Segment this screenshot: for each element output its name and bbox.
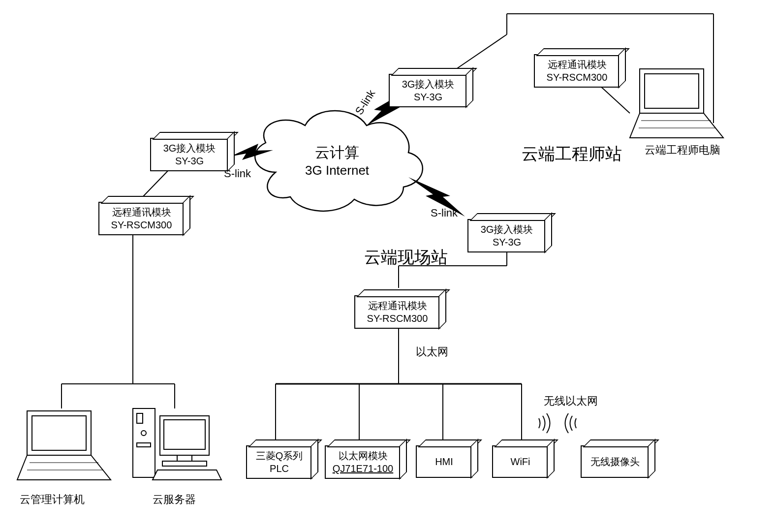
server-label: 云服务器 — [153, 492, 196, 507]
module-rscm-left-l2: SY-RSCM300 — [104, 219, 179, 231]
module-rscm-top-l1: 远程通讯模块 — [540, 58, 614, 71]
server-icon — [133, 408, 221, 480]
module-3g-right: 3G接入模块 SY-3G — [467, 219, 546, 252]
device-camera-l1: 无线摄像头 — [587, 455, 644, 468]
engineer-pc-label: 云端工程师电脑 — [645, 143, 720, 157]
module-3g-left-l2: SY-3G — [156, 155, 223, 167]
module-3g-top: 3G接入模块 SY-3G — [389, 74, 467, 107]
section-engineer-label: 云端工程师站 — [522, 143, 622, 165]
mgmt-pc-label: 云管理计算机 — [20, 492, 85, 507]
module-rscm-top-l2: SY-RSCM300 — [540, 71, 614, 84]
module-rscm-left: 远程通讯模块 SY-RSCM300 — [98, 202, 185, 235]
module-3g-right-l2: SY-3G — [473, 236, 540, 249]
device-wifi-l1: WiFi — [498, 455, 543, 468]
laptop-icon — [630, 69, 723, 138]
svg-rect-27 — [160, 416, 209, 455]
svg-rect-28 — [164, 420, 205, 449]
svg-line-5 — [453, 34, 507, 71]
lightning-left-icon — [230, 144, 273, 160]
module-3g-top-l2: SY-3G — [395, 91, 462, 103]
svg-rect-26 — [137, 443, 151, 447]
svg-rect-29 — [177, 455, 192, 461]
device-ethmod-l1: 以太网模块 — [331, 449, 395, 462]
svg-rect-24 — [137, 413, 143, 423]
device-plc: 三菱Q系列 PLC — [246, 445, 312, 479]
device-wifi: WiFi — [492, 445, 549, 478]
module-3g-top-l1: 3G接入模块 — [395, 78, 462, 91]
module-rscm-field: 远程通讯模块 SY-RSCM300 — [354, 295, 440, 329]
diagram-canvas: { "cloud": { "line1": "云计算", "line2": "3… — [0, 0, 775, 532]
module-3g-left: 3G接入模块 SY-3G — [150, 138, 229, 171]
laptop-icon — [17, 411, 111, 480]
device-ethmod: 以太网模块 QJ71E71-100 — [325, 445, 401, 479]
device-plc-l1: 三菱Q系列 — [252, 449, 307, 462]
svg-rect-19 — [27, 411, 91, 455]
ethernet-label: 以太网 — [416, 344, 448, 359]
wifi-waves-icon — [539, 413, 576, 433]
module-3g-right-l1: 3G接入模块 — [473, 223, 540, 236]
svg-rect-23 — [133, 408, 155, 477]
wireless-eth-label: 无线以太网 — [544, 394, 598, 408]
module-rscm-top: 远程通讯模块 SY-RSCM300 — [534, 54, 620, 88]
svg-rect-31 — [640, 69, 704, 113]
slink-label-right: S-link — [431, 207, 458, 219]
cloud-line1: 云计算 — [305, 143, 369, 163]
device-camera: 无线摄像头 — [581, 445, 650, 478]
device-plc-l2: PLC — [252, 462, 307, 475]
svg-rect-20 — [32, 416, 86, 450]
svg-line-9 — [600, 86, 630, 113]
cloud-line2: 3G Internet — [305, 163, 369, 178]
module-rscm-left-l1: 远程通讯模块 — [104, 206, 179, 219]
cloud-label: 云计算 3G Internet — [305, 143, 369, 178]
module-rscm-field-l1: 远程通讯模块 — [360, 299, 434, 312]
section-field-label: 云端现场站 — [364, 246, 448, 269]
svg-rect-32 — [645, 74, 699, 108]
device-hmi: HMI — [416, 445, 472, 478]
device-ethmod-l2: QJ71E71-100 — [331, 462, 395, 475]
module-3g-left-l1: 3G接入模块 — [156, 142, 223, 155]
slink-label-top: S-link — [353, 88, 378, 117]
svg-rect-30 — [162, 461, 207, 466]
module-rscm-field-l2: SY-RSCM300 — [360, 312, 434, 325]
svg-point-25 — [141, 431, 146, 436]
device-hmi-l1: HMI — [422, 455, 466, 468]
